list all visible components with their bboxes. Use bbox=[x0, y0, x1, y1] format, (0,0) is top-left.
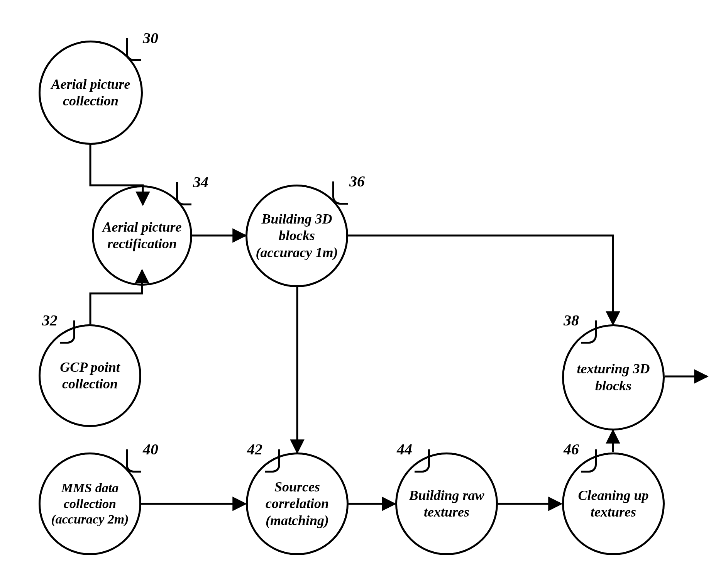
node-cleaning-up-textures: Cleaning up textures bbox=[562, 452, 665, 555]
node-ref-42: 42 bbox=[247, 440, 262, 458]
node-label: Sources correlation (matching) bbox=[249, 479, 345, 529]
node-ref-44: 44 bbox=[397, 440, 412, 458]
node-label: Aerial picture rectification bbox=[95, 219, 189, 252]
leader-tick bbox=[415, 449, 430, 473]
node-ref-30: 30 bbox=[143, 29, 158, 47]
flow-diagram: Aerial picture collection 30 Aerial pict… bbox=[0, 0, 711, 588]
node-building-raw-textures: Building raw textures bbox=[395, 452, 498, 555]
node-label: Cleaning up textures bbox=[565, 487, 661, 520]
leader-tick bbox=[176, 182, 191, 205]
leader-tick bbox=[60, 320, 75, 344]
node-ref-34: 34 bbox=[193, 173, 208, 191]
node-label: MMS data collection (accuracy 2m) bbox=[42, 480, 138, 527]
leader-tick bbox=[581, 320, 597, 344]
leader-tick bbox=[265, 449, 280, 473]
node-label: Building raw textures bbox=[399, 487, 494, 520]
node-label: texturing 3D blocks bbox=[565, 361, 661, 394]
node-texturing-3d-blocks: texturing 3D blocks bbox=[562, 324, 665, 430]
node-ref-46: 46 bbox=[564, 440, 579, 458]
node-ref-40: 40 bbox=[143, 440, 158, 458]
node-ref-38: 38 bbox=[564, 311, 579, 329]
leader-tick bbox=[126, 449, 141, 473]
node-gcp-point-collection: GCP point collection bbox=[39, 324, 141, 427]
node-label: GCP point collection bbox=[42, 359, 138, 392]
node-ref-32: 32 bbox=[42, 311, 58, 329]
leader-tick bbox=[126, 38, 141, 61]
leader-tick bbox=[332, 181, 348, 205]
node-sources-correlation: Sources correlation (matching) bbox=[246, 452, 349, 555]
leader-tick bbox=[581, 449, 597, 473]
node-label: Aerial picture collection bbox=[42, 76, 139, 109]
node-ref-36: 36 bbox=[349, 172, 365, 190]
node-label: Building 3D blocks (accuracy 1m) bbox=[249, 211, 345, 261]
